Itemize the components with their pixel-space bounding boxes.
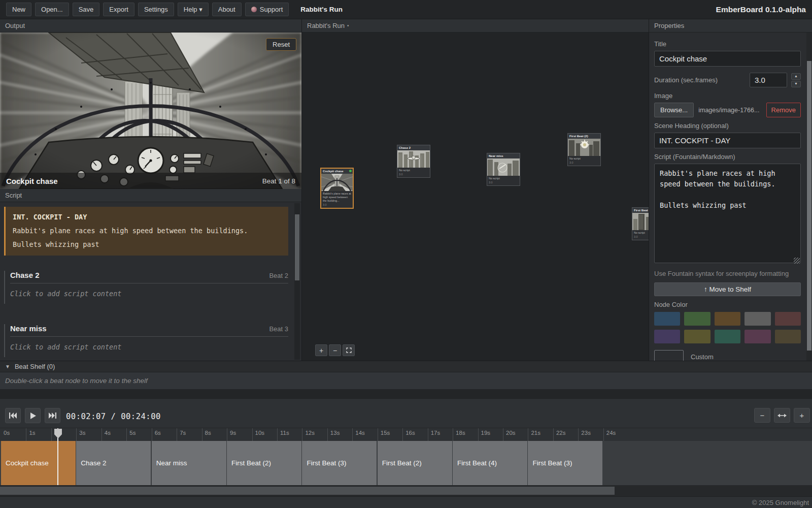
node-color-swatch[interactable] xyxy=(745,330,770,343)
beat-node-chase-2[interactable]: Chase 2 xyxy=(397,145,430,178)
beat-node-near-miss[interactable]: Near miss No script 3.0 xyxy=(487,153,520,186)
storyboard-frame-image xyxy=(0,33,301,189)
timeline-scrollbar-thumb[interactable] xyxy=(0,487,615,495)
ruler-tick: 8s xyxy=(202,428,227,441)
script-line: Rabbit's plane races at high speed betwe… xyxy=(13,227,281,235)
timeline-ruler[interactable]: 0s1s2s3s4s5s6s7s8s9s10s11s12s13s14s15s16… xyxy=(0,428,812,441)
scene-heading-label: Scene Heading (optional) xyxy=(654,122,801,130)
properties-scrollbar[interactable] xyxy=(806,33,812,361)
timeline-zoom-out-button[interactable]: − xyxy=(754,408,770,423)
reset-button[interactable]: Reset xyxy=(266,38,296,51)
stepper-up-icon[interactable]: ▲ xyxy=(791,73,801,80)
ruler-tick: 9s xyxy=(227,428,252,441)
settings-button[interactable]: Settings xyxy=(138,3,174,16)
timeline-beat-block[interactable]: First Beat (3) xyxy=(528,441,602,485)
beat-node-cockpit-chase[interactable]: Cockpit chase Rabbit's plane races at hi… xyxy=(320,168,354,209)
fountain-hint: Use Fountain syntax for screenplay forma… xyxy=(654,270,801,277)
node-color-swatch[interactable] xyxy=(684,312,710,326)
node-color-swatch[interactable] xyxy=(715,330,740,343)
ruler-tick: 7s xyxy=(177,428,201,441)
scene-heading-field[interactable] xyxy=(654,133,801,148)
title-field[interactable] xyxy=(654,51,801,67)
timeline-beat-block[interactable]: Near miss xyxy=(152,441,226,485)
beat-shelf-hint: Double-click a beat node to move it to t… xyxy=(0,372,812,389)
script-entry-beat-label: Beat 2 xyxy=(269,272,288,279)
node-color-swatch[interactable] xyxy=(745,312,770,326)
ruler-tick: 5s xyxy=(126,428,151,441)
ruler-tick: 21s xyxy=(528,428,553,441)
node-duration: 3.0 xyxy=(487,180,520,185)
node-color-swatch[interactable] xyxy=(775,312,801,326)
script-scrollbar-thumb[interactable] xyxy=(295,214,299,280)
timeline-track[interactable]: Cockpit chaseChase 2Near missFirst Beat … xyxy=(0,441,812,485)
beat-shelf-header[interactable]: ▼ Beat Shelf (0) xyxy=(0,361,812,372)
timeline-beat-block[interactable]: First Beat (2) xyxy=(378,441,452,485)
properties-scrollbar-thumb[interactable] xyxy=(807,61,811,351)
new-button[interactable]: New xyxy=(6,3,31,16)
node-color-swatch[interactable] xyxy=(715,312,740,326)
collapse-caret-icon[interactable]: ▼ xyxy=(5,364,10,369)
script-textarea[interactable] xyxy=(654,164,801,263)
node-color-swatch[interactable] xyxy=(684,330,710,343)
output-preview: Reset Cockpit chase Beat 1 of 8 xyxy=(0,33,301,189)
node-color-swatch[interactable] xyxy=(654,312,680,326)
node-thumbnail xyxy=(568,139,600,156)
fit-view-icon xyxy=(346,347,352,353)
title-label: Title xyxy=(654,40,801,48)
timeline-horizontal-scrollbar[interactable] xyxy=(0,485,812,496)
ruler-tick: 14s xyxy=(352,428,377,441)
app-title: EmberBoard 0.1.0-alpha xyxy=(716,5,806,14)
script-entry-active[interactable]: INT. COCKPIT - DAY Rabbit's plane races … xyxy=(4,207,288,256)
skip-to-end-button[interactable] xyxy=(45,408,60,423)
support-button[interactable]: Support xyxy=(245,3,289,16)
timeline-fit-button[interactable] xyxy=(774,408,790,423)
resize-grip-icon[interactable] xyxy=(794,258,800,264)
script-entry[interactable]: Chase 2 Beat 2 Click to add script conte… xyxy=(4,271,288,304)
ruler-tick: 18s xyxy=(453,428,478,441)
canvas-zoom-in-button[interactable]: + xyxy=(315,344,327,356)
timeline-beat-block[interactable]: Chase 2 xyxy=(76,441,151,485)
save-button[interactable]: Save xyxy=(73,3,100,16)
node-title: Chase 2 xyxy=(397,145,430,150)
about-button[interactable]: About xyxy=(212,3,242,16)
timeline-beat-block[interactable]: First Beat (3) xyxy=(302,441,377,485)
canvas-header: Rabbit's Run • xyxy=(302,19,649,33)
timeline-zoom-in-button[interactable]: + xyxy=(794,408,810,423)
duration-field[interactable] xyxy=(750,73,787,87)
canvas-fit-button[interactable] xyxy=(343,344,355,356)
ruler-tick: 23s xyxy=(578,428,603,441)
node-color-swatch[interactable] xyxy=(775,330,801,343)
beat-node-first-beat-2[interactable]: First Beat (2) xyxy=(567,133,601,166)
move-to-shelf-button[interactable]: ↑ Move to Shelf xyxy=(654,282,801,296)
canvas-zoom-out-button[interactable]: − xyxy=(329,344,341,356)
duration-label: Duration (sec.frames) xyxy=(654,76,746,84)
node-duration: 3.0 xyxy=(397,172,430,177)
export-button[interactable]: Export xyxy=(103,3,134,16)
timeline-beat-block[interactable]: Cockpit chase xyxy=(1,441,76,485)
remove-image-button[interactable]: Remove xyxy=(766,103,801,117)
ruler-tick: 3s xyxy=(76,428,101,441)
skip-to-start-button[interactable] xyxy=(5,408,21,423)
beat-node-first-beat-3[interactable]: First Beat (3) No script 3.0 xyxy=(632,207,649,240)
browse-button[interactable]: Browse... xyxy=(654,103,694,117)
node-title: First Beat (2) xyxy=(568,134,600,139)
stepper-down-icon[interactable]: ▼ xyxy=(791,81,801,87)
open-button[interactable]: Open... xyxy=(35,3,69,16)
node-color-swatch[interactable] xyxy=(654,330,680,343)
play-button[interactable] xyxy=(25,408,41,423)
script-scrollbar[interactable] xyxy=(294,203,300,360)
node-caption: No script xyxy=(397,168,430,172)
node-canvas[interactable]: Cockpit chase Rabbit's plane races at hi… xyxy=(302,33,649,360)
stage-beat-counter: Beat 1 of 8 xyxy=(262,177,295,185)
script-entry-placeholder[interactable]: Click to add script content xyxy=(10,343,288,351)
ruler-tick: 11s xyxy=(277,428,302,441)
timeline-beat-block[interactable]: First Beat (4) xyxy=(453,441,527,485)
script-entry-title: Near miss xyxy=(10,324,47,333)
custom-color-swatch[interactable] xyxy=(654,350,684,361)
timeline-beat-block[interactable]: First Beat (2) xyxy=(227,441,301,485)
ruler-tick: 10s xyxy=(252,428,277,441)
help-menu-button[interactable]: Help ▾ xyxy=(178,3,209,16)
script-entry-placeholder[interactable]: Click to add script content xyxy=(10,290,288,298)
script-entry[interactable]: Near miss Beat 3 Click to add script con… xyxy=(4,324,288,357)
ruler-tick: 4s xyxy=(101,428,126,441)
